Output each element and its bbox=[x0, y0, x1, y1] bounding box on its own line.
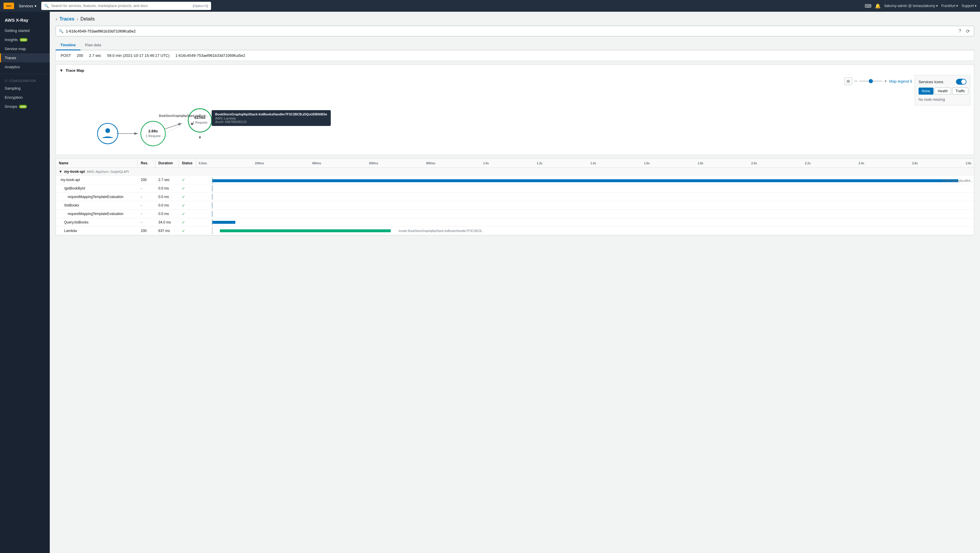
tab-raw-data[interactable]: Raw data bbox=[81, 40, 106, 50]
global-search[interactable]: 🔍 [Option+S] bbox=[41, 2, 211, 10]
legend-services-icons-row: Services Icons bbox=[918, 79, 967, 84]
global-search-input[interactable] bbox=[51, 4, 191, 8]
terminal-icon[interactable]: ⌨ bbox=[865, 3, 872, 9]
tab-timeline[interactable]: Timeline bbox=[56, 40, 81, 50]
service-group-label: my-book-api bbox=[64, 170, 85, 174]
search-refresh-button[interactable]: ⟳ bbox=[965, 28, 971, 35]
sidebar-divider bbox=[0, 74, 50, 74]
trace-method: POST bbox=[60, 53, 71, 58]
sidebar-item-analytics[interactable]: Analytics bbox=[0, 62, 50, 72]
table-row[interactable]: /getBookById - 0.0 ms ✓ bbox=[56, 184, 974, 193]
sidebar-item-getting-started[interactable]: Getting started bbox=[0, 26, 50, 35]
sidebar-item-sampling[interactable]: Sampling bbox=[0, 84, 50, 93]
table-row[interactable]: /listBooks - 0.0 ms ✓ bbox=[56, 201, 974, 210]
row-res: 200 bbox=[138, 176, 156, 184]
breadcrumb-parent-link[interactable]: Traces bbox=[59, 16, 74, 22]
table-row[interactable]: requestMappingTemplateEvaluation - 0.0 m… bbox=[56, 210, 974, 218]
svg-text:BookStoreGraphqlApiStack-listB: BookStoreGraphqlApiStack-listBook... bbox=[159, 114, 208, 118]
groups-new-badge: new bbox=[19, 105, 27, 108]
collapse-icon: ▼ bbox=[59, 68, 63, 73]
trace-map-section: ▼ Trace Map bbox=[56, 64, 974, 155]
legend-none-button[interactable]: None bbox=[918, 88, 934, 95]
row-bar bbox=[196, 194, 974, 200]
bell-icon[interactable]: 🔔 bbox=[875, 3, 881, 9]
sidebar-item-service-map[interactable]: Service map bbox=[0, 44, 50, 53]
main-content: ‹ Traces › Details 🔍 ? ⟳ Timeline Raw da… bbox=[50, 12, 980, 553]
trace-map-canvas: 2.69s 1 Request 637ms 1 Request ▼ BookSt… bbox=[59, 75, 970, 151]
zoom-track[interactable] bbox=[859, 81, 883, 82]
trace-search-input[interactable] bbox=[66, 29, 955, 33]
row-name: my-book-api bbox=[56, 176, 138, 184]
breadcrumb-separator: › bbox=[77, 17, 78, 21]
sidebar-item-groups[interactable]: Groups new bbox=[0, 102, 50, 111]
timeline-section: Name Res. Duration Status 0.0ms 200ms 40… bbox=[56, 158, 974, 236]
row-duration: 0.0 ms bbox=[156, 185, 179, 192]
zoom-thumb[interactable] bbox=[869, 79, 873, 83]
toggle-knob bbox=[961, 80, 966, 84]
zoom-in-button[interactable]: + bbox=[884, 78, 887, 84]
row-status: ✓ bbox=[179, 176, 196, 184]
status-check-icon: ✓ bbox=[182, 228, 185, 233]
services-button[interactable]: Services ▾ bbox=[16, 3, 39, 10]
table-row[interactable]: requestMappingTemplateEvaluation - 0.0 m… bbox=[56, 193, 974, 201]
search-icon: 🔍 bbox=[44, 4, 49, 8]
support-menu[interactable]: Support ▾ bbox=[962, 4, 977, 8]
trace-map-header[interactable]: ▼ Trace Map bbox=[59, 68, 970, 73]
chevron-down-icon: ▾ bbox=[35, 4, 37, 8]
config-icon: ⊙ bbox=[5, 79, 7, 83]
legend-health-button[interactable]: Health bbox=[935, 88, 951, 95]
bar-fill-teal bbox=[220, 229, 391, 232]
svg-point-12 bbox=[191, 123, 193, 125]
row-bar bbox=[196, 202, 974, 209]
trace-duration: 2.7 sec bbox=[89, 53, 101, 58]
info-icon: ℹ bbox=[910, 79, 912, 83]
region-menu[interactable]: Frankfurt ▾ bbox=[941, 4, 958, 8]
bar-marker bbox=[212, 219, 213, 226]
table-row[interactable]: Query.listBooks - 34.0 ms ✓ bbox=[56, 218, 974, 227]
group-collapse-icon[interactable]: ▼ bbox=[59, 170, 62, 174]
legend-no-resize-label: No node resizing bbox=[918, 97, 967, 102]
map-legend-button[interactable]: Map legend ℹ bbox=[889, 79, 912, 83]
row-bar bbox=[196, 185, 974, 191]
app-layout: AWS X-Ray Getting started Insights new S… bbox=[0, 12, 980, 553]
row-duration: 2.7 sec bbox=[156, 176, 179, 184]
row-name: requestMappingTemplateEvaluation bbox=[56, 193, 138, 201]
status-check-icon: ✓ bbox=[182, 194, 185, 199]
bar-fill-blue bbox=[212, 179, 958, 182]
table-row[interactable]: my-book-api 200 2.7 sec ✓ POST wve3y6sc4… bbox=[56, 176, 974, 184]
sidebar-title: AWS X-Ray bbox=[0, 16, 50, 26]
chevron-down-icon: ▾ bbox=[936, 4, 938, 8]
row-res: - bbox=[138, 210, 156, 218]
breadcrumb: ‹ Traces › Details bbox=[56, 16, 974, 22]
chevron-down-icon: ▾ bbox=[956, 4, 958, 8]
sidebar-item-encryption[interactable]: Encryption bbox=[0, 93, 50, 102]
services-icons-label: Services Icons bbox=[918, 80, 943, 84]
trace-map-svg: 2.69s 1 Request 637ms 1 Request ▼ BookSt… bbox=[59, 75, 970, 151]
user-menu[interactable]: tlakomy-admin @ tomaszlakomy ▾ bbox=[884, 4, 938, 8]
row-status: ✓ bbox=[179, 193, 196, 201]
sidebar-item-traces[interactable]: Traces bbox=[0, 53, 50, 62]
trace-search-bar: 🔍 ? ⟳ bbox=[56, 26, 974, 36]
zoom-out-button[interactable]: − bbox=[854, 78, 857, 84]
legend-view-buttons: None Health Traffic bbox=[918, 88, 967, 95]
map-layout-button[interactable]: ⊞ bbox=[845, 77, 852, 85]
svg-text:1 Request: 1 Request bbox=[192, 121, 207, 124]
status-check-icon: ✓ bbox=[182, 186, 185, 191]
row-bar: Invoke BookStoreGraphqlApiStack-listBook… bbox=[196, 228, 974, 234]
search-help-button[interactable]: ? bbox=[958, 28, 963, 35]
insights-new-badge: new bbox=[20, 38, 28, 41]
table-row[interactable]: Lambda 200 637 ms ✓ Invoke BookStoreGrap… bbox=[56, 227, 974, 235]
sidebar-config-section: ⊙ Configuration bbox=[0, 76, 50, 84]
row-name: /listBooks bbox=[56, 201, 138, 209]
services-icons-toggle[interactable] bbox=[956, 79, 967, 84]
zoom-control[interactable]: − + bbox=[854, 78, 887, 84]
trace-status: 200 bbox=[77, 53, 83, 58]
breadcrumb-back-button[interactable]: ‹ bbox=[56, 16, 57, 22]
row-bar bbox=[196, 210, 974, 217]
sidebar-item-insights[interactable]: Insights new bbox=[0, 35, 50, 44]
svg-text:2.69s: 2.69s bbox=[148, 129, 158, 133]
row-res: - bbox=[138, 185, 156, 192]
legend-traffic-button[interactable]: Traffic bbox=[952, 88, 968, 95]
top-nav: aws Services ▾ 🔍 [Option+S] ⌨ 🔔 tlakomy-… bbox=[0, 0, 980, 12]
row-res: 200 bbox=[138, 227, 156, 234]
